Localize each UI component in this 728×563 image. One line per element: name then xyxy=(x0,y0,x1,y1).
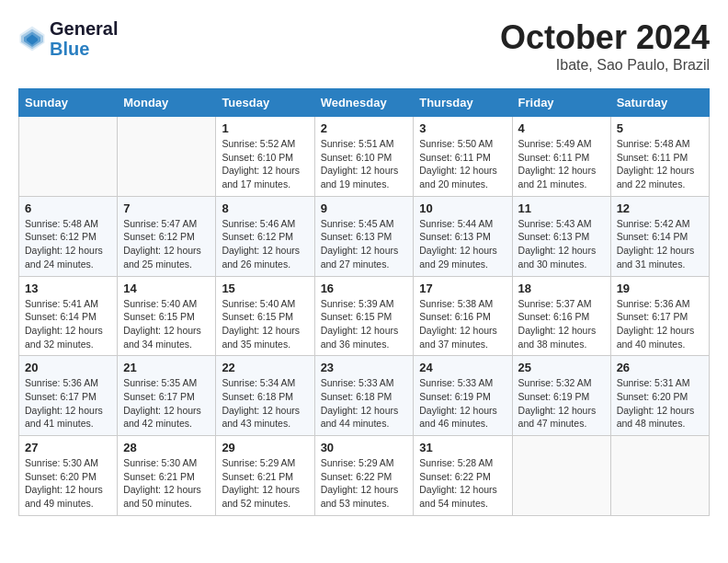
calendar-cell: 6Sunrise: 5:48 AM Sunset: 6:12 PM Daylig… xyxy=(19,196,118,276)
calendar-cell: 10Sunrise: 5:44 AM Sunset: 6:13 PM Dayli… xyxy=(414,196,512,276)
calendar-week-2: 6Sunrise: 5:48 AM Sunset: 6:12 PM Daylig… xyxy=(19,196,710,276)
logo: General Blue xyxy=(18,18,118,59)
day-info: Sunrise: 5:40 AM Sunset: 6:15 PM Dayligh… xyxy=(123,297,210,351)
day-info: Sunrise: 5:48 AM Sunset: 6:12 PM Dayligh… xyxy=(25,217,111,271)
day-number: 31 xyxy=(419,441,506,454)
day-info: Sunrise: 5:36 AM Sunset: 6:17 PM Dayligh… xyxy=(617,297,703,351)
day-info: Sunrise: 5:28 AM Sunset: 6:22 PM Dayligh… xyxy=(419,456,506,511)
day-number: 27 xyxy=(25,441,111,454)
calendar-cell: 21Sunrise: 5:35 AM Sunset: 6:17 PM Dayli… xyxy=(118,356,216,436)
calendar-cell: 9Sunrise: 5:45 AM Sunset: 6:13 PM Daylig… xyxy=(314,196,414,276)
day-number: 3 xyxy=(419,121,506,135)
day-number: 1 xyxy=(222,121,308,135)
calendar-cell: 30Sunrise: 5:29 AM Sunset: 6:22 PM Dayli… xyxy=(314,436,414,516)
day-info: Sunrise: 5:51 AM Sunset: 6:10 PM Dayligh… xyxy=(321,137,408,191)
day-info: Sunrise: 5:42 AM Sunset: 6:14 PM Dayligh… xyxy=(617,217,703,271)
day-info: Sunrise: 5:40 AM Sunset: 6:15 PM Dayligh… xyxy=(222,297,308,351)
calendar-cell: 29Sunrise: 5:29 AM Sunset: 6:21 PM Dayli… xyxy=(216,436,314,516)
day-number: 16 xyxy=(321,282,408,295)
day-number: 23 xyxy=(321,361,408,374)
calendar-cell xyxy=(118,117,216,197)
calendar-cell: 13Sunrise: 5:41 AM Sunset: 6:14 PM Dayli… xyxy=(19,276,118,356)
day-info: Sunrise: 5:43 AM Sunset: 6:13 PM Dayligh… xyxy=(518,217,605,271)
calendar-cell: 18Sunrise: 5:37 AM Sunset: 6:16 PM Dayli… xyxy=(512,276,610,356)
day-header-friday: Friday xyxy=(512,89,610,117)
day-info: Sunrise: 5:38 AM Sunset: 6:16 PM Dayligh… xyxy=(419,297,506,351)
calendar-cell: 15Sunrise: 5:40 AM Sunset: 6:15 PM Dayli… xyxy=(216,276,314,356)
calendar-cell xyxy=(19,117,118,197)
location-subtitle: Ibate, Sao Paulo, Brazil xyxy=(500,57,710,74)
page-header: General Blue October 2024 Ibate, Sao Pau… xyxy=(18,18,710,74)
day-number: 10 xyxy=(419,201,506,215)
day-number: 18 xyxy=(518,282,605,295)
calendar-week-5: 27Sunrise: 5:30 AM Sunset: 6:20 PM Dayli… xyxy=(19,436,710,516)
calendar-cell: 16Sunrise: 5:39 AM Sunset: 6:15 PM Dayli… xyxy=(314,276,414,356)
day-header-monday: Monday xyxy=(118,89,216,117)
calendar-cell: 19Sunrise: 5:36 AM Sunset: 6:17 PM Dayli… xyxy=(610,276,709,356)
calendar-cell: 2Sunrise: 5:51 AM Sunset: 6:10 PM Daylig… xyxy=(314,117,414,197)
calendar-cell xyxy=(512,436,610,516)
calendar-cell: 25Sunrise: 5:32 AM Sunset: 6:19 PM Dayli… xyxy=(512,356,610,436)
day-number: 8 xyxy=(222,201,308,215)
calendar-cell: 22Sunrise: 5:34 AM Sunset: 6:18 PM Dayli… xyxy=(216,356,314,436)
day-info: Sunrise: 5:35 AM Sunset: 6:17 PM Dayligh… xyxy=(123,376,210,431)
day-info: Sunrise: 5:29 AM Sunset: 6:22 PM Dayligh… xyxy=(321,456,408,511)
calendar-cell: 7Sunrise: 5:47 AM Sunset: 6:12 PM Daylig… xyxy=(118,196,216,276)
day-number: 17 xyxy=(419,282,506,295)
calendar-cell: 5Sunrise: 5:48 AM Sunset: 6:11 PM Daylig… xyxy=(610,117,709,197)
calendar-week-4: 20Sunrise: 5:36 AM Sunset: 6:17 PM Dayli… xyxy=(19,356,710,436)
day-info: Sunrise: 5:44 AM Sunset: 6:13 PM Dayligh… xyxy=(419,217,506,271)
calendar-cell: 4Sunrise: 5:49 AM Sunset: 6:11 PM Daylig… xyxy=(512,117,610,197)
day-number: 19 xyxy=(617,282,703,295)
day-header-wednesday: Wednesday xyxy=(314,89,414,117)
calendar-cell: 23Sunrise: 5:33 AM Sunset: 6:18 PM Dayli… xyxy=(314,356,414,436)
calendar-cell: 24Sunrise: 5:33 AM Sunset: 6:19 PM Dayli… xyxy=(414,356,512,436)
day-number: 21 xyxy=(123,361,210,374)
day-info: Sunrise: 5:34 AM Sunset: 6:18 PM Dayligh… xyxy=(222,376,308,431)
day-info: Sunrise: 5:31 AM Sunset: 6:20 PM Dayligh… xyxy=(617,376,703,431)
calendar-cell: 20Sunrise: 5:36 AM Sunset: 6:17 PM Dayli… xyxy=(19,356,118,436)
day-number: 20 xyxy=(25,361,111,374)
calendar-cell: 14Sunrise: 5:40 AM Sunset: 6:15 PM Dayli… xyxy=(118,276,216,356)
day-number: 29 xyxy=(222,441,308,454)
day-info: Sunrise: 5:45 AM Sunset: 6:13 PM Dayligh… xyxy=(321,217,408,271)
day-info: Sunrise: 5:29 AM Sunset: 6:21 PM Dayligh… xyxy=(222,456,308,511)
day-header-thursday: Thursday xyxy=(414,89,512,117)
calendar-cell: 17Sunrise: 5:38 AM Sunset: 6:16 PM Dayli… xyxy=(414,276,512,356)
calendar-table: SundayMondayTuesdayWednesdayThursdayFrid… xyxy=(18,88,710,516)
day-info: Sunrise: 5:30 AM Sunset: 6:20 PM Dayligh… xyxy=(25,456,111,511)
calendar-header-row: SundayMondayTuesdayWednesdayThursdayFrid… xyxy=(19,89,710,117)
day-number: 7 xyxy=(123,201,210,215)
calendar-cell: 27Sunrise: 5:30 AM Sunset: 6:20 PM Dayli… xyxy=(19,436,118,516)
day-number: 14 xyxy=(123,282,210,295)
day-number: 5 xyxy=(617,121,703,135)
day-info: Sunrise: 5:41 AM Sunset: 6:14 PM Dayligh… xyxy=(25,297,111,351)
day-info: Sunrise: 5:37 AM Sunset: 6:16 PM Dayligh… xyxy=(518,297,605,351)
day-info: Sunrise: 5:36 AM Sunset: 6:17 PM Dayligh… xyxy=(25,376,111,431)
day-info: Sunrise: 5:46 AM Sunset: 6:12 PM Dayligh… xyxy=(222,217,308,271)
day-info: Sunrise: 5:30 AM Sunset: 6:21 PM Dayligh… xyxy=(123,456,210,511)
calendar-week-3: 13Sunrise: 5:41 AM Sunset: 6:14 PM Dayli… xyxy=(19,276,710,356)
day-number: 4 xyxy=(518,121,605,135)
day-number: 12 xyxy=(617,201,703,215)
day-info: Sunrise: 5:48 AM Sunset: 6:11 PM Dayligh… xyxy=(617,137,703,191)
month-title: October 2024 xyxy=(500,18,710,57)
day-info: Sunrise: 5:52 AM Sunset: 6:10 PM Dayligh… xyxy=(222,137,308,191)
day-info: Sunrise: 5:47 AM Sunset: 6:12 PM Dayligh… xyxy=(123,217,210,271)
day-number: 22 xyxy=(222,361,308,374)
day-number: 24 xyxy=(419,361,506,374)
day-number: 9 xyxy=(321,201,408,215)
calendar-cell xyxy=(610,436,709,516)
calendar-cell: 28Sunrise: 5:30 AM Sunset: 6:21 PM Dayli… xyxy=(118,436,216,516)
day-number: 30 xyxy=(321,441,408,454)
calendar-cell: 31Sunrise: 5:28 AM Sunset: 6:22 PM Dayli… xyxy=(414,436,512,516)
day-header-saturday: Saturday xyxy=(610,89,709,117)
day-number: 13 xyxy=(25,282,111,295)
calendar-cell: 12Sunrise: 5:42 AM Sunset: 6:14 PM Dayli… xyxy=(610,196,709,276)
day-info: Sunrise: 5:50 AM Sunset: 6:11 PM Dayligh… xyxy=(419,137,506,191)
day-number: 28 xyxy=(123,441,210,454)
day-info: Sunrise: 5:32 AM Sunset: 6:19 PM Dayligh… xyxy=(518,376,605,431)
calendar-cell: 26Sunrise: 5:31 AM Sunset: 6:20 PM Dayli… xyxy=(610,356,709,436)
day-number: 15 xyxy=(222,282,308,295)
day-number: 25 xyxy=(518,361,605,374)
